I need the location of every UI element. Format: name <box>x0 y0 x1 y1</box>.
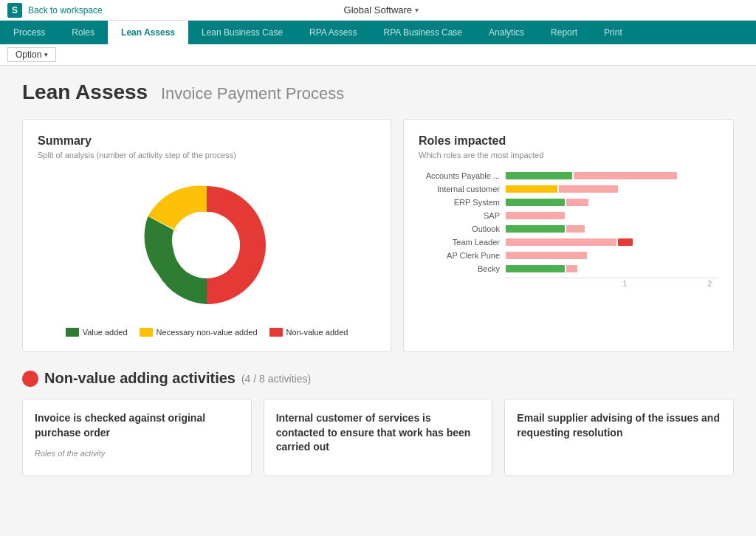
bar-row-erp-system: ERP System <box>419 198 718 207</box>
bar-row-becky: Becky <box>419 264 718 273</box>
bar-green-becky <box>506 265 565 272</box>
summary-card: Summary Split of analysis (number of act… <box>22 119 391 352</box>
bar-red-light-ap-clerk-pune <box>506 252 587 259</box>
activity-card-title-0: Invoice is checked against original purc… <box>35 411 239 440</box>
bar-container-team-leader <box>506 238 718 246</box>
activity-card-2: Email supplier advising of the issues an… <box>504 399 734 476</box>
bar-row-team-leader: Team Leader <box>419 238 718 247</box>
non-value-section-header: Non-value adding activities (4 / 8 activ… <box>22 370 734 387</box>
legend-color-red <box>269 328 283 337</box>
cards-row: Summary Split of analysis (number of act… <box>22 119 734 352</box>
tab-lean-assess[interactable]: Lean Assess <box>108 21 188 44</box>
bar-row-ap-clerk-pune: AP Clerk Pune <box>419 251 718 260</box>
bar-label-accounts-payable: Accounts Payable ... <box>419 171 500 180</box>
legend-item-orange: Necessary non-value added <box>140 328 258 337</box>
activity-card-title-2: Email supplier advising of the issues an… <box>517 411 721 440</box>
donut-legend: Value added Necessary non-value added No… <box>66 328 348 337</box>
bar-red-light-team-leader <box>506 238 616 246</box>
bar-orange-internal-customer <box>506 185 557 193</box>
workspace-name: Global Software <box>344 4 413 16</box>
donut-center <box>173 212 240 278</box>
roles-bar-chart: Accounts Payable ... Internal customer <box>419 171 718 278</box>
bar-red-light-accounts-payable <box>574 172 677 179</box>
tab-process[interactable]: Process <box>0 21 58 44</box>
tab-print[interactable]: Print <box>591 21 636 44</box>
bar-red-light-outlook <box>566 225 585 233</box>
bar-container-ap-clerk-pune <box>506 252 718 259</box>
tab-lean-business-case[interactable]: Lean Business Case <box>188 21 296 44</box>
legend-label-red: Non-value added <box>286 328 348 337</box>
top-bar: S Back to workspace Global Software ▾ <box>0 0 756 21</box>
activity-card-0: Invoice is checked against original purc… <box>22 399 252 476</box>
donut-container: Value added Necessary non-value added No… <box>38 171 376 337</box>
bar-label-internal-customer: Internal customer <box>419 185 500 193</box>
legend-label-orange: Necessary non-value added <box>157 328 258 337</box>
bar-row-internal-customer: Internal customer <box>419 185 718 193</box>
roles-card: Roles impacted Which roles are the most … <box>403 119 734 352</box>
bar-row-accounts-payable: Accounts Payable ... <box>419 171 718 180</box>
bar-label-erp-system: ERP System <box>419 198 500 207</box>
top-bar-left: S Back to workspace <box>7 3 103 18</box>
option-label: Option <box>16 49 41 60</box>
bar-label-sap: SAP <box>419 211 500 220</box>
main-content: Lean Assess Invoice Payment Process Summ… <box>0 66 756 534</box>
bar-container-accounts-payable <box>506 172 718 179</box>
page-title: Lean Assess Invoice Payment Process <box>22 80 734 104</box>
axis-tick-1: 1 <box>622 280 627 288</box>
bar-container-sap <box>506 212 718 219</box>
back-to-workspace-link[interactable]: Back to workspace <box>28 5 103 16</box>
red-circle-icon <box>22 371 38 387</box>
bar-label-ap-clerk-pune: AP Clerk Pune <box>419 251 500 260</box>
bar-green-erp-system <box>506 199 565 206</box>
roles-card-subtitle: Which roles are the most impacted <box>419 151 718 159</box>
bar-row-sap: SAP <box>419 211 718 220</box>
summary-card-subtitle: Split of analysis (number of activity st… <box>38 151 376 159</box>
page-title-main: Lean Assess <box>22 80 148 103</box>
summary-card-title: Summary <box>38 134 376 148</box>
bar-row-outlook: Outlook <box>419 224 718 233</box>
bar-red-light-erp-system <box>566 199 588 206</box>
bar-container-becky <box>506 265 718 272</box>
bar-container-erp-system <box>506 199 718 206</box>
bar-green-accounts-payable <box>506 172 572 179</box>
workspace-title[interactable]: Global Software ▾ <box>344 4 419 16</box>
tab-roles[interactable]: Roles <box>58 21 108 44</box>
bar-red-light-internal-customer <box>559 185 618 193</box>
bar-red-team-leader <box>618 238 633 246</box>
bar-container-internal-customer <box>506 185 718 193</box>
non-value-section-count: (4 / 8 activities) <box>241 373 311 385</box>
legend-label-green: Value added <box>83 328 128 337</box>
activity-card-title-1: Internal customer of services is contact… <box>276 411 481 455</box>
bar-label-becky: Becky <box>419 264 500 273</box>
bar-red-light-sap <box>506 212 565 219</box>
nav-tabs: Process Roles Lean Assess Lean Business … <box>0 21 756 44</box>
bar-green-outlook <box>506 225 565 233</box>
tab-rpa-assess[interactable]: RPA Assess <box>296 21 370 44</box>
activity-card-1: Internal customer of services is contact… <box>264 399 493 476</box>
legend-color-green <box>66 328 79 337</box>
activity-card-roles-label-0: Roles of the activity <box>35 449 239 458</box>
option-bar: Option ▾ <box>0 44 756 66</box>
activity-cards: Invoice is checked against original purc… <box>22 399 734 476</box>
bar-label-team-leader: Team Leader <box>419 238 500 247</box>
workspace-caret-icon: ▾ <box>415 6 419 14</box>
bar-container-outlook <box>506 225 718 233</box>
tab-rpa-business-case[interactable]: RPA Business Case <box>371 21 476 44</box>
option-caret-icon: ▾ <box>44 51 48 58</box>
roles-card-title: Roles impacted <box>419 134 718 148</box>
axis-tick-2: 2 <box>708 280 712 288</box>
option-button[interactable]: Option ▾ <box>7 47 56 62</box>
legend-item-red: Non-value added <box>269 328 348 337</box>
legend-item-green: Value added <box>66 328 128 337</box>
logo-icon: S <box>7 3 22 18</box>
tab-report[interactable]: Report <box>537 21 591 44</box>
bar-label-outlook: Outlook <box>419 224 500 233</box>
tab-analytics[interactable]: Analytics <box>475 21 537 44</box>
donut-chart <box>133 171 281 319</box>
legend-color-orange <box>140 328 153 337</box>
bar-axis-line: 1 2 <box>506 278 718 278</box>
page-title-subtitle: Invoice Payment Process <box>161 84 344 103</box>
non-value-section-title: Non-value adding activities <box>44 370 236 387</box>
bar-red-light-becky <box>566 265 577 272</box>
